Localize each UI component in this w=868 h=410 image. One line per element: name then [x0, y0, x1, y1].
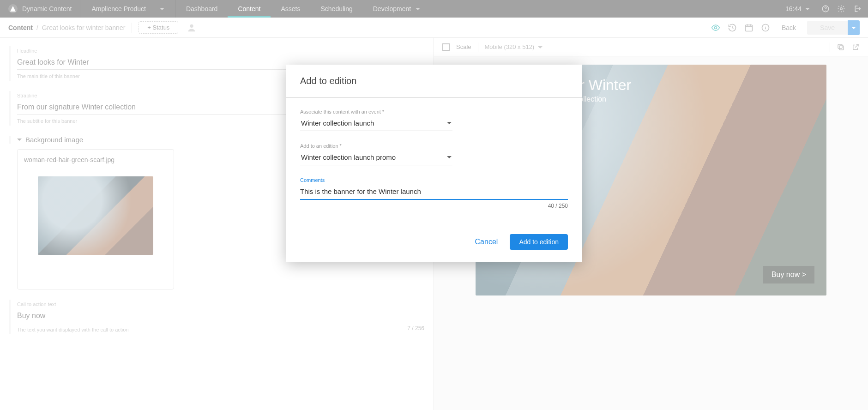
modal-title: Add to edition: [286, 65, 582, 98]
caret-down-icon: [447, 156, 452, 161]
field-label: Comments: [300, 177, 568, 183]
event-value: Winter collection launch: [301, 119, 374, 127]
modal-body: Associate this content with an event * W…: [286, 98, 582, 226]
add-to-edition-button[interactable]: Add to edition: [510, 234, 568, 250]
event-select[interactable]: Winter collection launch: [300, 117, 452, 131]
modal-overlay[interactable]: Add to edition Associate this content wi…: [0, 0, 868, 410]
comments-count: 40 / 250: [548, 203, 568, 209]
field-label: Associate this content with an event *: [300, 109, 568, 115]
comments-input[interactable]: [300, 186, 568, 200]
event-field: Associate this content with an event * W…: [300, 109, 568, 131]
caret-down-icon: [447, 122, 452, 127]
cancel-button[interactable]: Cancel: [475, 238, 498, 246]
edition-select[interactable]: Winter collection launch promo: [300, 151, 452, 165]
modal-actions: Cancel Add to edition: [286, 226, 582, 262]
add-to-edition-modal: Add to edition Associate this content wi…: [286, 65, 582, 262]
edition-value: Winter collection launch promo: [301, 153, 396, 161]
edition-field: Add to an edition * Winter collection la…: [300, 143, 568, 165]
comments-field: Comments 40 / 250: [300, 177, 568, 209]
field-label: Add to an edition *: [300, 143, 568, 149]
